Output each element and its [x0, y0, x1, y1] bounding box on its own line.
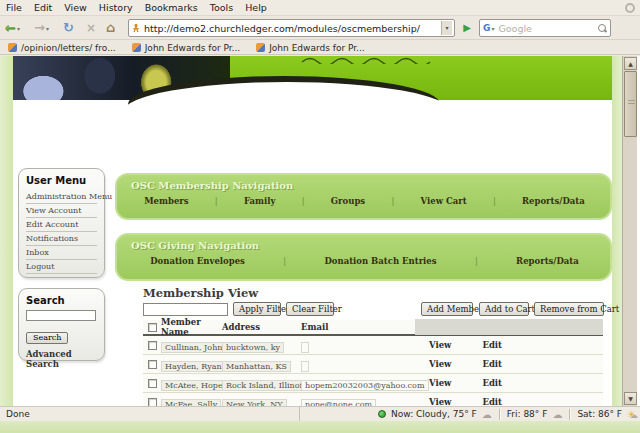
sidebar-item-logout[interactable]: Logout: [26, 260, 97, 274]
back-chevron-down-icon[interactable]: ▾: [17, 25, 20, 32]
select-all-checkbox[interactable]: [148, 323, 157, 332]
reload-icon: ↻: [63, 19, 74, 37]
sidebar-item-notifications[interactable]: Notifications: [26, 232, 97, 246]
search-engine-icon[interactable]: G: [483, 23, 490, 33]
search-engine-chevron-down-icon[interactable]: ▾: [491, 25, 494, 32]
filter-input[interactable]: [143, 303, 228, 316]
bookmark-label: /opinion/letters/ fro...: [21, 43, 116, 53]
back-icon: ←: [5, 19, 16, 37]
edit-link[interactable]: Edit: [482, 397, 502, 406]
home-button[interactable]: ⌂: [106, 19, 115, 37]
view-link[interactable]: View: [429, 340, 451, 350]
forward-button[interactable]: → ▾: [34, 19, 49, 37]
nav-separator: |: [475, 256, 478, 266]
search-bar[interactable]: G ▾ Google: [479, 19, 611, 37]
nav-family[interactable]: Family: [244, 196, 275, 206]
row-checkbox[interactable]: [148, 398, 157, 407]
nav-donation-batch-entries[interactable]: Donation Batch Entries: [324, 256, 436, 266]
status-bar: Done Now: Cloudy, 75° F ☁ Fri: 88° F ☁ S…: [0, 406, 640, 421]
user-menu-title: User Menu: [26, 175, 97, 186]
giving-nav-title: OSC Giving Navigation: [131, 240, 598, 251]
header-email: Email: [301, 322, 415, 332]
sidebar-search-button[interactable]: Search: [26, 332, 68, 344]
bookmark-label: John Edwards for Pr...: [145, 43, 240, 53]
add-member-button[interactable]: Add Member: [421, 302, 473, 316]
search-icon[interactable]: [598, 24, 607, 33]
sidebar-item-administration-menu[interactable]: Administration Menu: [26, 190, 97, 204]
vertical-scrollbar[interactable]: ▲ ▼: [622, 56, 637, 406]
url-input[interactable]: http://demo2.churchledger.com/modules/os…: [144, 23, 441, 34]
scroll-up-icon[interactable]: ▲: [624, 57, 637, 70]
row-checkbox[interactable]: [148, 341, 157, 350]
menu-history[interactable]: History: [99, 2, 133, 13]
bookmark-favicon-icon: [8, 43, 17, 52]
user-menu-box: User Menu Administration Menu View Accou…: [18, 168, 105, 278]
forward-chevron-down-icon[interactable]: ▾: [46, 25, 49, 32]
status-text: Done: [0, 407, 300, 422]
stop-icon: ×: [86, 19, 96, 37]
nav-separator: |: [215, 196, 218, 206]
header-swoosh: [124, 82, 450, 140]
cloud-icon: ☁: [552, 409, 562, 420]
address-cell: Rock Island, Illinois: [222, 380, 310, 391]
nav-reports-data[interactable]: Reports/Data: [522, 196, 585, 206]
bookmarks-toolbar: /opinion/letters/ fro... John Edwards fo…: [0, 41, 640, 55]
member-name-cell: McFae, Sally: [161, 399, 221, 407]
logo-script-cutoff: [300, 56, 450, 64]
row-checkbox[interactable]: [148, 360, 157, 369]
url-history-chevron-down-icon[interactable]: ▾: [441, 21, 452, 35]
bookmark-item[interactable]: John Edwards for Pr...: [256, 43, 364, 53]
scrollbar-thumb[interactable]: [624, 71, 637, 137]
edit-link[interactable]: Edit: [482, 340, 502, 350]
status-dot-icon: [378, 410, 386, 418]
address-cell: bucktown, ky: [222, 342, 284, 353]
menu-edit[interactable]: Edit: [34, 2, 52, 13]
reload-button[interactable]: ↻: [63, 19, 74, 37]
edit-link[interactable]: Edit: [482, 359, 502, 369]
web-search-input[interactable]: Google: [498, 23, 598, 34]
menu-bar: File Edit View History Bookmarks Tools H…: [0, 0, 640, 16]
menu-file[interactable]: File: [6, 2, 22, 13]
view-link[interactable]: View: [429, 397, 451, 406]
bookmark-item[interactable]: /opinion/letters/ fro...: [8, 43, 116, 53]
remove-from-cart-button[interactable]: Remove from Cart: [534, 302, 604, 316]
nav-groups[interactable]: Groups: [331, 196, 365, 206]
nav-giving-reports-data[interactable]: Reports/Data: [516, 256, 579, 266]
weather-fri-label: Fri: 88° F: [507, 409, 548, 419]
add-to-cart-button[interactable]: Add to Cart: [479, 302, 529, 316]
member-name-cell: Cullinan, John: [161, 342, 226, 353]
url-bar[interactable]: http://demo2.churchledger.com/modules/os…: [128, 19, 455, 37]
view-link[interactable]: View: [429, 378, 451, 388]
email-cell: none@none.com: [301, 399, 376, 407]
row-checkbox[interactable]: [148, 379, 157, 388]
window-bottom-edge: [0, 421, 640, 433]
nav-view-cart[interactable]: View Cart: [421, 196, 467, 206]
nav-donation-envelopes[interactable]: Donation Envelopes: [150, 256, 245, 266]
advanced-search-link[interactable]: Advanced Search: [26, 349, 97, 369]
site-favicon-icon: [131, 23, 141, 33]
sidebar-search-input[interactable]: [26, 310, 96, 321]
view-link[interactable]: View: [429, 359, 451, 369]
sidebar-item-inbox[interactable]: Inbox: [26, 246, 97, 260]
weather-now-label: Now: Cloudy, 75° F: [391, 409, 477, 419]
menu-bookmarks[interactable]: Bookmarks: [145, 2, 198, 13]
table-row: Cullinan, John bucktown, ky View Edit: [143, 336, 603, 355]
email-cell: hopem20032003@yahoo.com: [301, 380, 429, 391]
search-box: Search Search Advanced Search: [18, 288, 105, 361]
address-cell: Manhattan, KS: [222, 361, 291, 372]
bookmark-item[interactable]: John Edwards for Pr...: [132, 43, 240, 53]
back-button[interactable]: ← ▾: [5, 19, 20, 37]
menu-help[interactable]: Help: [245, 2, 267, 13]
apply-filter-button[interactable]: Apply Filter: [233, 302, 281, 316]
clear-filter-button[interactable]: Clear Filter: [286, 302, 334, 316]
menu-tools[interactable]: Tools: [210, 2, 233, 13]
weather-applet: Now: Cloudy, 75° F ☁ Fri: 88° F ☁ Sat: 8…: [300, 409, 640, 420]
scroll-down-icon[interactable]: ▼: [624, 392, 637, 405]
sidebar-item-edit-account[interactable]: Edit Account: [26, 218, 97, 232]
go-button[interactable]: ▶: [459, 20, 475, 36]
nav-members[interactable]: Members: [144, 196, 188, 206]
stop-button[interactable]: ×: [86, 19, 96, 37]
menu-view[interactable]: View: [64, 2, 87, 13]
edit-link[interactable]: Edit: [482, 378, 502, 388]
sidebar-item-view-account[interactable]: View Account: [26, 204, 97, 218]
